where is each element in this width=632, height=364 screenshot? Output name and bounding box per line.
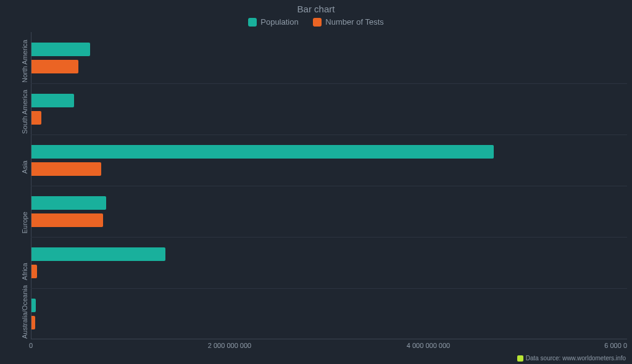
category-row [31,32,627,83]
category-row [31,134,627,186]
legend-label-tests: Number of Tests [325,17,383,27]
plot-area [31,32,627,339]
x-tick-label: 2 000 000 000 [208,342,251,349]
bar-population[interactable] [31,94,74,107]
chart-legend: Population Number of Tests [0,17,632,28]
grid-line [31,134,627,135]
legend-swatch-tests [313,18,322,27]
y-tick-label: Europe [21,212,28,236]
category-row [31,83,627,134]
grid-line [31,288,627,289]
y-tick-label: Australia/Oceania [21,314,28,339]
bar-tests[interactable] [31,111,41,125]
bar-population[interactable] [31,145,494,159]
y-axis-labels: North AmericaSouth AmericaAsiaEuropeAfri… [0,32,30,339]
bar-tests[interactable] [31,162,101,176]
legend-item-tests[interactable]: Number of Tests [313,17,383,27]
chart-title: Bar chart [0,4,632,14]
category-row [31,186,627,237]
bar-tests[interactable] [31,316,35,329]
category-row [31,288,627,339]
x-tick-label: 0 [29,342,33,349]
y-tick-label: North America [21,58,28,83]
legend-item-population[interactable]: Population [248,17,298,27]
chart-credit: Data source: www.worldometers.info [517,355,626,362]
legend-label-population: Population [260,17,298,27]
grid-line [31,83,627,84]
grid-line [31,237,627,238]
bar-population[interactable] [31,43,90,56]
grid-line [31,186,627,186]
x-tick-label: 4 000 000 000 [407,342,450,349]
x-axis-labels: 02 000 000 0004 000 000 0006 000 0 [31,341,627,353]
category-row [31,237,627,288]
x-tick-label: 6 000 0 [604,342,627,349]
bar-tests[interactable] [31,265,37,278]
credit-text: Data source: www.worldometers.info [526,355,626,362]
y-tick-label: Asia [21,160,28,185]
bar-population[interactable] [31,196,106,210]
credit-icon [517,355,523,362]
y-tick-label: Africa [21,263,28,287]
legend-swatch-population [248,18,257,27]
bar-population[interactable] [31,247,165,261]
y-tick-label: South America [21,109,28,134]
bar-tests[interactable] [31,60,78,73]
chart-container: Bar chart Population Number of Tests Nor… [0,0,632,364]
bar-tests[interactable] [31,213,103,227]
bar-population[interactable] [31,299,36,312]
